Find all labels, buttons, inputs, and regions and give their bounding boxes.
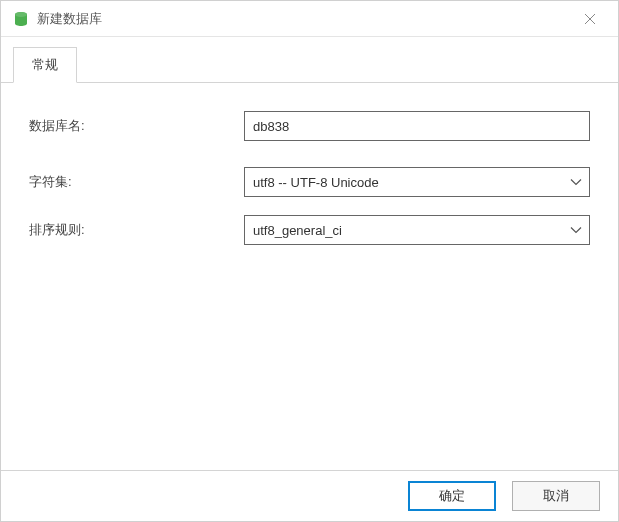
close-icon: [584, 13, 596, 25]
charset-select[interactable]: utf8 -- UTF-8 Unicode: [244, 167, 590, 197]
close-button[interactable]: [574, 3, 606, 35]
dialog-footer: 确定 取消: [1, 470, 618, 521]
titlebar: 新建数据库: [1, 1, 618, 37]
ok-button[interactable]: 确定: [408, 481, 496, 511]
window-title: 新建数据库: [37, 10, 574, 28]
tab-bar: 常规: [1, 37, 618, 83]
form-area: 数据库名: 字符集: utf8 -- UTF-8 Unicode: [1, 83, 618, 470]
collation-select[interactable]: utf8_general_ci: [244, 215, 590, 245]
tab-general[interactable]: 常规: [13, 47, 77, 83]
row-charset: 字符集: utf8 -- UTF-8 Unicode: [29, 167, 590, 197]
dialog-content: 常规 数据库名: 字符集: utf8 -- UTF-8 Unicode: [1, 37, 618, 521]
db-name-label: 数据库名:: [29, 117, 244, 135]
collation-label: 排序规则:: [29, 221, 244, 239]
charset-value: utf8 -- UTF-8 Unicode: [253, 175, 379, 190]
row-db-name: 数据库名:: [29, 111, 590, 141]
row-collation: 排序规则: utf8_general_ci: [29, 215, 590, 245]
charset-label: 字符集:: [29, 173, 244, 191]
svg-point-1: [15, 12, 27, 17]
collation-value: utf8_general_ci: [253, 223, 342, 238]
create-database-dialog: 新建数据库 常规 数据库名: 字符集:: [0, 0, 619, 522]
database-icon: [13, 11, 29, 27]
db-name-input[interactable]: [244, 111, 590, 141]
cancel-button[interactable]: 取消: [512, 481, 600, 511]
